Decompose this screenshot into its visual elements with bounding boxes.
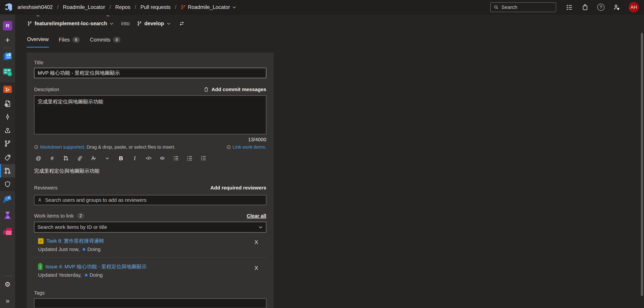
- user-settings-icon[interactable]: [613, 3, 620, 11]
- sidebar-item-tags[interactable]: [0, 151, 15, 164]
- main-content: feature/implement-loc-search into develo…: [15, 15, 644, 308]
- code-button[interactable]: </>: [144, 154, 153, 163]
- format-dropdown[interactable]: [103, 154, 112, 163]
- tags-input[interactable]: [34, 298, 266, 308]
- pr-tabs: Overview Files 6 Commits 4: [27, 34, 121, 48]
- description-label: Description: [34, 87, 59, 92]
- swap-branches-button[interactable]: [179, 21, 184, 26]
- paperclip-icon: [77, 156, 82, 161]
- bullet-list-button[interactable]: [172, 154, 180, 163]
- source-branch-selector[interactable]: feature/implement-loc-search: [27, 21, 114, 27]
- work-item-row: ✓ Task 8: 實作里程搜尋邏輯 Updated Just now, Doi…: [34, 233, 266, 257]
- sidebar-item-files[interactable]: [0, 97, 15, 110]
- commits-count-badge: 4: [113, 37, 120, 43]
- breadcrumb-org[interactable]: arieshsieh0402: [17, 3, 53, 12]
- pull-requests-icon: [4, 167, 12, 175]
- branches-icon: [4, 140, 11, 147]
- sidebar-item-pushes[interactable]: [0, 124, 15, 137]
- chevron-down-icon[interactable]: [258, 225, 263, 229]
- bold-button[interactable]: B: [116, 154, 125, 163]
- repo-selector[interactable]: Roadmile_Locator: [180, 3, 237, 12]
- work-items-search-input[interactable]: [38, 224, 255, 230]
- format-button[interactable]: [89, 154, 98, 163]
- target-branch-name: develop: [144, 21, 164, 27]
- repos-icon: [3, 85, 12, 93]
- marketplace-bag-icon[interactable]: [581, 3, 589, 11]
- sidebar-item-boards[interactable]: ✓: [0, 66, 15, 79]
- sidebar-item-project-settings[interactable]: ⚙: [0, 277, 15, 291]
- reviewers-search: [34, 195, 266, 205]
- branch-icon: [137, 21, 142, 26]
- breadcrumb-project[interactable]: Roadmile_Locator: [62, 3, 106, 12]
- add-commit-messages-button[interactable]: Add commit messages: [204, 87, 266, 92]
- breadcrumb-repos[interactable]: Repos: [114, 3, 131, 12]
- into-label: into: [114, 21, 137, 27]
- breadcrumb-pull-requests[interactable]: Pull requests: [140, 3, 171, 12]
- sidebar-expand-button[interactable]: »: [0, 294, 15, 307]
- numbered-list-button[interactable]: 1 2 3: [186, 154, 194, 163]
- files-count-badge: 6: [72, 37, 80, 43]
- sidebar-item-new[interactable]: +: [0, 33, 15, 47]
- sidebar-item-commits[interactable]: [0, 110, 15, 123]
- breadcrumb: arieshsieh0402 / Roadmile_Locator / Repo…: [17, 3, 237, 12]
- clipped-heading-remnant: [36, 16, 39, 16]
- sidebar-item-branches[interactable]: [0, 137, 15, 150]
- check-list-button[interactable]: [199, 154, 208, 163]
- add-required-reviewers-button[interactable]: Add required reviewers: [210, 185, 266, 191]
- title-input[interactable]: [34, 68, 266, 78]
- mention-button[interactable]: @: [34, 154, 43, 163]
- vertical-scrollbar-thumb[interactable]: [641, 33, 643, 296]
- remove-work-item-button[interactable]: X: [251, 263, 261, 272]
- sidebar-divider-bottom: [3, 276, 12, 276]
- search-icon: [494, 5, 499, 10]
- artifacts-icon: [3, 228, 12, 235]
- insert-link-button[interactable]: [158, 154, 166, 163]
- markdown-note: Drag & drop, paste, or select files to i…: [86, 144, 175, 150]
- state-label: Doing: [90, 272, 103, 278]
- task-list-icon[interactable]: [566, 3, 573, 11]
- work-item-ref-button[interactable]: #: [48, 154, 56, 163]
- commits-icon: [4, 113, 11, 120]
- reviewers-search-input[interactable]: [45, 197, 263, 203]
- sidebar-item-test-plans[interactable]: [0, 209, 15, 222]
- markdown-supported-link[interactable]: Markdown supported.: [40, 144, 85, 150]
- sidebar-item-overview[interactable]: [0, 50, 15, 63]
- clipboard-icon: [204, 87, 209, 92]
- azure-devops-logo[interactable]: [0, 3, 17, 12]
- azure-devops-logo-icon: [4, 3, 13, 12]
- svg-text:3: 3: [187, 159, 188, 161]
- sidebar-item-pipelines[interactable]: [0, 193, 15, 206]
- global-search[interactable]: [490, 2, 556, 12]
- top-bar: arieshsieh0402 / Roadmile_Locator / Repo…: [0, 0, 644, 15]
- sidebar-item-artifacts[interactable]: [0, 225, 15, 238]
- pull-request-ref-button[interactable]: [62, 154, 70, 163]
- search-input[interactable]: [501, 4, 566, 10]
- sidebar-item-repos[interactable]: [0, 82, 15, 96]
- description-textarea[interactable]: 完成里程定位與地圖顯示功能: [34, 95, 266, 134]
- sidebar-item-project[interactable]: R: [0, 19, 15, 33]
- attach-file-button[interactable]: [75, 154, 84, 163]
- git-repo-icon: [181, 5, 186, 10]
- tab-files[interactable]: Files 6: [58, 34, 80, 48]
- double-chevron-right-icon: »: [6, 297, 10, 305]
- remove-work-item-button[interactable]: X: [251, 238, 261, 247]
- plus-icon: +: [5, 35, 10, 45]
- sidebar-item-advanced-security[interactable]: [0, 178, 15, 191]
- tab-commits[interactable]: Commits 4: [90, 34, 121, 48]
- work-item-link[interactable]: Task 8: 實作里程搜尋邏輯: [46, 238, 104, 244]
- tab-overview[interactable]: Overview: [27, 34, 49, 48]
- help-icon[interactable]: ?: [597, 3, 605, 11]
- user-avatar[interactable]: AH: [628, 2, 639, 13]
- target-branch-selector[interactable]: develop: [137, 21, 171, 27]
- italic-button[interactable]: I: [130, 154, 139, 163]
- sidebar-item-pull-requests[interactable]: [0, 164, 15, 178]
- project-avatar: R: [3, 21, 12, 31]
- title-label: Title: [34, 60, 266, 65]
- work-items-label: Work items to link: [34, 213, 74, 219]
- markdown-toolbar: @ # B I </>: [34, 154, 266, 163]
- clear-all-link[interactable]: Clear all: [247, 213, 266, 219]
- link-work-items-link[interactable]: Link work items.: [232, 144, 266, 150]
- reviewers-label: Reviewers: [34, 185, 58, 191]
- overview-icon: [4, 53, 12, 60]
- work-item-link[interactable]: Issue 4: MVP 核心功能 - 里程定位與地圖顯示: [46, 263, 147, 270]
